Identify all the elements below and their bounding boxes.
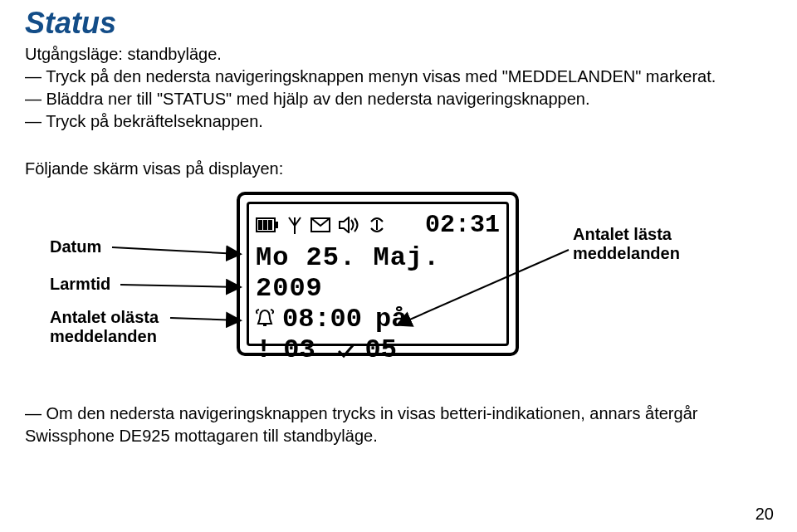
svg-rect-1 bbox=[276, 222, 278, 228]
label-unread-line2: meddelanden bbox=[50, 327, 157, 345]
lcd-alarm-suffix: på bbox=[375, 304, 407, 334]
manual-page: Status Utgångsläge: standbyläge. — Tryck… bbox=[0, 0, 797, 532]
lcd-alarm-time: 08:00 bbox=[282, 304, 362, 334]
bell-icon bbox=[256, 309, 274, 330]
exclaim-icon: ! bbox=[256, 334, 271, 365]
envelope-icon bbox=[310, 217, 330, 232]
svg-rect-2 bbox=[258, 220, 262, 230]
status-bar: 02:31 bbox=[256, 209, 500, 241]
battery-icon bbox=[256, 217, 279, 232]
lcd-counts-row: ! 03 05 bbox=[256, 334, 500, 365]
label-read: Antalet lästa meddelanden bbox=[573, 225, 680, 263]
svg-line-14 bbox=[170, 318, 239, 320]
instruction-step: — Tryck på den nedersta navigeringsknapp… bbox=[25, 66, 764, 88]
page-number: 20 bbox=[755, 505, 774, 524]
label-read-line1: Antalet lästa bbox=[573, 225, 672, 243]
label-read-line2: meddelanden bbox=[573, 244, 680, 262]
lcd-time: 02:31 bbox=[425, 211, 500, 239]
lcd-date: Mo 25. Maj. 2009 bbox=[256, 242, 500, 304]
pager-screen: 02:31 Mo 25. Maj. 2009 08:00 bbox=[247, 202, 509, 346]
instruction-step: — Tryck på bekräftelseknappen. bbox=[25, 110, 764, 133]
label-unread: Antalet olästa meddelanden bbox=[50, 308, 159, 346]
svg-line-12 bbox=[112, 247, 239, 254]
lcd-read: 05 bbox=[365, 334, 397, 365]
lead-text: Följande skärm visas på displayen: bbox=[25, 158, 764, 180]
label-date: Datum bbox=[50, 237, 101, 256]
svg-line-6 bbox=[289, 217, 295, 226]
lcd-unread: 03 bbox=[283, 334, 315, 365]
svg-rect-4 bbox=[268, 220, 272, 230]
svg-rect-3 bbox=[263, 220, 267, 230]
lcd-alarm-row: 08:00 på bbox=[256, 304, 500, 334]
svg-line-13 bbox=[120, 285, 239, 287]
speaker-icon bbox=[339, 217, 360, 233]
svg-line-7 bbox=[295, 217, 301, 226]
label-alarm: Larmtid bbox=[50, 275, 110, 294]
pager-device: 02:31 Mo 25. Maj. 2009 08:00 bbox=[237, 192, 519, 356]
page-title: Status bbox=[25, 8, 764, 38]
antenna-icon bbox=[287, 216, 302, 234]
instruction-step: — Om den nedersta navigeringsknappen try… bbox=[25, 403, 714, 447]
svg-marker-9 bbox=[340, 217, 349, 232]
display-diagram: Datum Larmtid Antalet olästa meddelanden… bbox=[25, 192, 706, 366]
intro-text: Utgångsläge: standbyläge. bbox=[25, 43, 764, 66]
vibrate-icon bbox=[369, 217, 385, 233]
instruction-step: — Bläddra ner till "STATUS" med hjälp av… bbox=[25, 88, 764, 110]
check-icon bbox=[337, 342, 355, 359]
label-unread-line1: Antalet olästa bbox=[50, 308, 159, 326]
